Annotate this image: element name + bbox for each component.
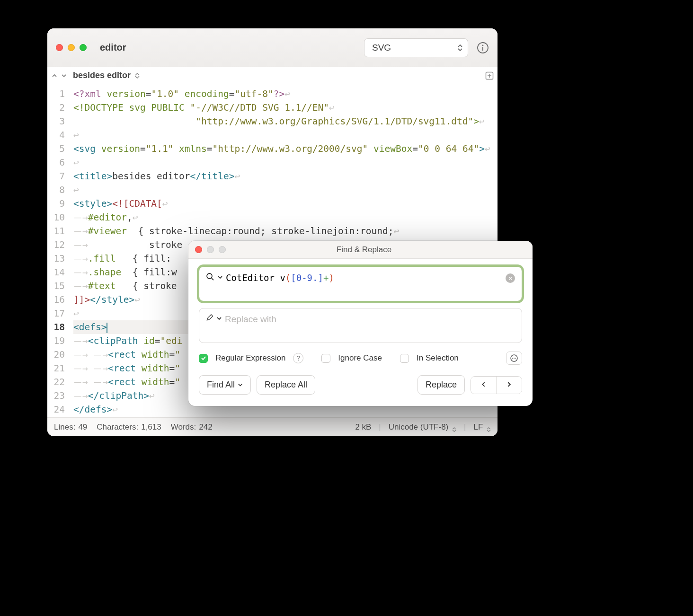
chevron-updown-icon <box>487 427 491 432</box>
chevron-up-icon[interactable] <box>51 72 58 79</box>
find-previous-button[interactable] <box>471 377 496 394</box>
characters-label: Characters: <box>97 422 138 432</box>
lines-label: Lines: <box>54 422 75 432</box>
traffic-lights <box>56 44 87 51</box>
chevron-updown-icon[interactable] <box>135 73 140 79</box>
svg-point-10 <box>514 358 515 359</box>
find-all-button[interactable]: Find All <box>199 375 251 395</box>
chevron-updown-icon <box>457 44 463 52</box>
add-split-icon[interactable] <box>485 71 494 80</box>
svg-point-9 <box>512 358 513 359</box>
find-button-row: Find All Replace All Replace <box>199 375 522 395</box>
syntax-mode-select[interactable]: SVG <box>364 38 468 57</box>
characters-value: 1,613 <box>141 422 161 432</box>
encoding-select[interactable]: Unicode (UTF-8) <box>389 422 456 432</box>
svg-point-6 <box>207 273 212 279</box>
regex-label: Regular Expression <box>215 353 285 363</box>
dialog-title: Find & Replace <box>202 245 526 255</box>
chevron-left-icon <box>480 381 487 387</box>
svg-point-1 <box>482 44 484 46</box>
titlebar: editor SVG <box>47 28 498 67</box>
status-bar: Lines: 49 Characters: 1,613 Words: 242 2… <box>47 417 498 436</box>
find-nav-buttons <box>471 376 522 394</box>
chevron-down-icon <box>238 382 243 387</box>
svg-point-11 <box>515 358 516 359</box>
inselection-label: In Selection <box>417 353 459 363</box>
replace-all-button[interactable]: Replace All <box>257 375 315 395</box>
info-icon[interactable] <box>477 42 489 54</box>
close-icon[interactable] <box>56 44 63 51</box>
more-options-icon[interactable] <box>506 352 522 365</box>
words-label: Words: <box>171 422 196 432</box>
zoom-icon[interactable] <box>80 44 87 51</box>
find-input-value[interactable]: CotEditor v([0-9.]+) <box>226 273 334 283</box>
regex-checkbox[interactable] <box>199 354 208 363</box>
syntax-mode-value: SVG <box>372 43 391 53</box>
ignorecase-checkbox[interactable] <box>321 354 330 363</box>
minimize-icon[interactable] <box>68 44 75 51</box>
ignorecase-label: Ignore Case <box>338 353 382 363</box>
chevron-down-icon[interactable] <box>217 274 223 280</box>
pencil-icon <box>206 314 213 322</box>
words-value: 242 <box>199 422 212 432</box>
filesize-value: 2 kB <box>355 422 371 432</box>
line-number-gutter: 123456789101112131415161718192021222324 <box>47 84 70 417</box>
search-icon <box>206 273 214 281</box>
line-endings-select[interactable]: LF <box>473 422 491 432</box>
svg-rect-2 <box>482 47 483 51</box>
find-titlebar: Find & Replace <box>188 241 533 259</box>
chevron-updown-icon <box>452 427 456 432</box>
inselection-checkbox[interactable] <box>400 354 409 363</box>
replace-placeholder: Replace with <box>225 314 276 325</box>
find-field[interactable]: CotEditor v([0-9.]+) ✕ <box>199 266 522 301</box>
find-options: Regular Expression ? Ignore Case In Sele… <box>199 352 522 365</box>
find-next-button[interactable] <box>496 377 522 394</box>
chevron-right-icon <box>506 381 512 387</box>
clear-icon[interactable]: ✕ <box>506 273 515 283</box>
window-title: editor <box>100 42 126 53</box>
path-bar: besides editor <box>47 67 498 84</box>
find-replace-dialog: Find & Replace CotEditor v([0-9.]+) ✕ Re… <box>188 241 533 406</box>
replace-field[interactable]: Replace with <box>199 308 522 343</box>
help-icon[interactable]: ? <box>293 353 303 363</box>
replace-button[interactable]: Replace <box>418 375 465 395</box>
close-icon[interactable] <box>195 246 202 253</box>
chevron-down-icon[interactable] <box>216 316 222 321</box>
chevron-down-icon[interactable] <box>61 72 67 79</box>
svg-line-7 <box>212 278 213 280</box>
lines-value: 49 <box>78 422 87 432</box>
document-outline-label[interactable]: besides editor <box>73 70 131 80</box>
